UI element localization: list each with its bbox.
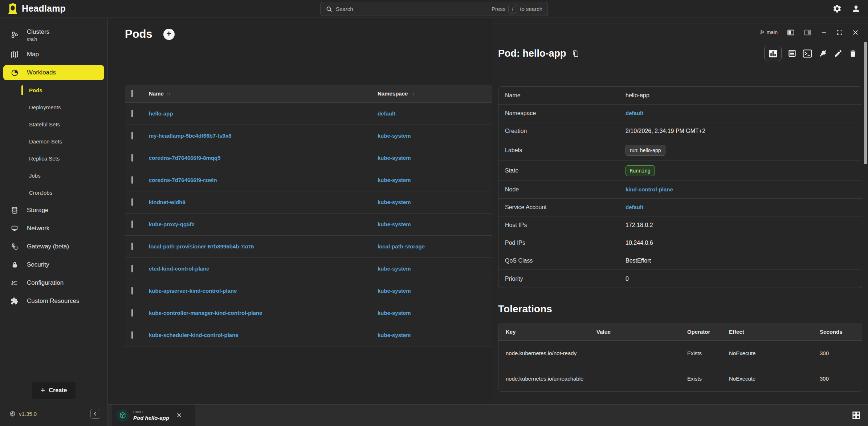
sidebar-subitem[interactable]: Stateful Sets	[0, 116, 107, 133]
plus-icon: +	[167, 30, 171, 38]
row-checkbox[interactable]	[131, 265, 133, 272]
close-tab-button[interactable]	[176, 413, 182, 418]
pod-name-link[interactable]: local-path-provisioner-67b8995b4b-7xrt5	[149, 243, 254, 249]
attach-button[interactable]	[818, 49, 828, 58]
tab-title-label: Pod hello-app	[133, 415, 169, 422]
pod-namespace-link[interactable]: kube-system	[378, 332, 411, 338]
create-button[interactable]: + Create	[32, 382, 76, 399]
detail-row-state: State Running	[498, 161, 862, 181]
pod-namespace-link[interactable]: kube-system	[378, 155, 411, 161]
global-search[interactable]: Press / to search	[320, 2, 548, 16]
tolerations-title: Tolerations	[498, 303, 868, 315]
pod-name-link[interactable]: kube-apiserver-kind-control-plane	[149, 288, 237, 294]
row-checkbox[interactable]	[131, 331, 133, 339]
sidebar-subitem[interactable]: Deployments	[0, 99, 107, 116]
row-checkbox[interactable]	[131, 220, 133, 228]
row-checkbox[interactable]	[131, 243, 133, 250]
sidebar-subitem[interactable]: Daemon Sets	[0, 133, 107, 150]
sidebar-item-security[interactable]: Security	[0, 256, 107, 274]
pod-namespace-link[interactable]: kube-system	[378, 310, 411, 316]
lock-icon	[10, 261, 19, 269]
drawer-scrollbar[interactable]	[864, 42, 867, 164]
pod-namespace-link[interactable]: kube-system	[378, 199, 411, 205]
sort-icon[interactable]: ↑↓	[411, 91, 414, 96]
settings-button[interactable]	[832, 4, 842, 13]
copy-name-button[interactable]	[572, 50, 579, 57]
service-account-link[interactable]: default	[625, 204, 643, 210]
row-checkbox[interactable]	[131, 198, 133, 206]
metrics-button[interactable]	[764, 46, 782, 61]
gateway-icon	[10, 243, 19, 251]
sidebar-item-label: Network	[27, 225, 49, 232]
sidebar-item-custom-resources[interactable]: Custom Resources	[0, 292, 107, 310]
sidebar-item-map[interactable]: Map	[0, 45, 107, 64]
pod-name-link[interactable]: hello-app	[149, 110, 173, 117]
pod-ips-value: 10.244.0.6	[625, 240, 855, 246]
pod-namespace-link[interactable]: kube-system	[378, 288, 411, 294]
pod-namespace-link[interactable]: default	[378, 110, 395, 117]
pod-name-link[interactable]: etcd-kind-control-plane	[149, 265, 209, 272]
row-checkbox[interactable]	[131, 132, 133, 139]
sidebar-item-workloads[interactable]: Workloads	[3, 65, 104, 80]
search-input[interactable]	[336, 6, 488, 12]
namespace-link[interactable]: default	[625, 110, 643, 116]
pod-name-link[interactable]: my-headlamp-5bc4df66b7-ts9x8	[149, 133, 232, 139]
minimize-drawer-button[interactable]	[821, 29, 827, 36]
terminal-button[interactable]	[803, 49, 812, 58]
pod-name-link[interactable]: coredns-7d764666f9-8mqq5	[149, 155, 221, 161]
sidebar-item-configuration[interactable]: Configuration	[0, 274, 107, 292]
pod-namespace-link[interactable]: kube-system	[378, 265, 411, 272]
row-checkbox[interactable]	[131, 287, 133, 295]
pod-name-link[interactable]: coredns-7d764666f9-rzwln	[149, 177, 217, 183]
sort-icon[interactable]: ↑↓	[167, 91, 170, 96]
sidebar-subitem[interactable]: Jobs	[0, 167, 107, 184]
pod-name-link[interactable]: kube-controller-manager-kind-control-pla…	[149, 310, 262, 316]
column-header-namespace[interactable]: Namespace ↑↓	[378, 90, 492, 97]
sidebar-footer: v1.35.0	[0, 405, 107, 426]
row-checkbox[interactable]	[131, 154, 133, 162]
slash-key-badge: /	[508, 5, 517, 13]
detail-row-service-account: Service Account default	[498, 199, 862, 216]
grid-layout-button[interactable]	[852, 411, 861, 420]
headlamp-logo[interactable]: Headlamp	[7, 3, 66, 15]
sidebar-item-network[interactable]: Network	[0, 219, 107, 238]
pod-name-link[interactable]: kube-scheduler-kind-control-plane	[149, 332, 239, 338]
edit-button[interactable]	[834, 49, 843, 58]
pod-namespace-link[interactable]: kube-system	[378, 133, 411, 139]
create-pod-button[interactable]: +	[163, 29, 175, 40]
sidebar-item-storage[interactable]: Storage	[0, 201, 107, 219]
sidebar-collapse-button[interactable]	[90, 409, 100, 419]
sidebar-item-gateway[interactable]: Gateway (beta)	[0, 238, 107, 256]
row-checkbox[interactable]	[131, 176, 133, 184]
node-link[interactable]: kind-control-plane	[625, 186, 673, 192]
pod-name-link[interactable]: kindnet-wldh8	[149, 199, 186, 205]
pod-details-drawer: main Pod: hello-app	[492, 18, 868, 404]
pod-cube-icon	[117, 409, 129, 422]
pod-table-row: coredns-7d764666f9-rzwln kube-system	[125, 169, 492, 191]
map-icon	[10, 50, 19, 58]
row-checkbox[interactable]	[131, 110, 133, 117]
drawer-cluster-chip: main	[760, 29, 778, 35]
select-all-checkbox[interactable]	[131, 90, 133, 97]
pod-namespace-link[interactable]: kube-system	[378, 221, 411, 227]
row-checkbox[interactable]	[131, 309, 133, 317]
column-header-name[interactable]: Name ↑↓	[149, 90, 378, 97]
pod-namespace-link[interactable]: local-path-storage	[378, 243, 425, 249]
sidebar-item-label: Security	[27, 261, 49, 268]
dock-right-button[interactable]	[804, 29, 811, 36]
logs-button[interactable]	[788, 49, 796, 58]
pod-namespace-link[interactable]: kube-system	[378, 177, 411, 183]
delete-button[interactable]	[849, 49, 857, 58]
sidebar-subitem[interactable]: Pods	[0, 82, 107, 99]
pod-table-row: kube-proxy-qg5f2 kube-system	[125, 214, 492, 236]
pod-name-link[interactable]: kube-proxy-qg5f2	[149, 221, 195, 227]
dock-left-button[interactable]	[787, 29, 794, 36]
sidebar-subitem[interactable]: Replica Sets	[0, 150, 107, 167]
open-resource-tab[interactable]: main Pod hello-app	[112, 405, 195, 426]
sidebar-subitem[interactable]: CronJobs	[0, 184, 107, 201]
sidebar-item-clusters[interactable]: Clusters main	[0, 24, 107, 45]
user-account-button[interactable]	[851, 4, 861, 13]
close-drawer-button[interactable]	[852, 29, 859, 36]
fullscreen-drawer-button[interactable]	[837, 29, 843, 35]
label-chip: run: hello-app	[625, 145, 665, 156]
